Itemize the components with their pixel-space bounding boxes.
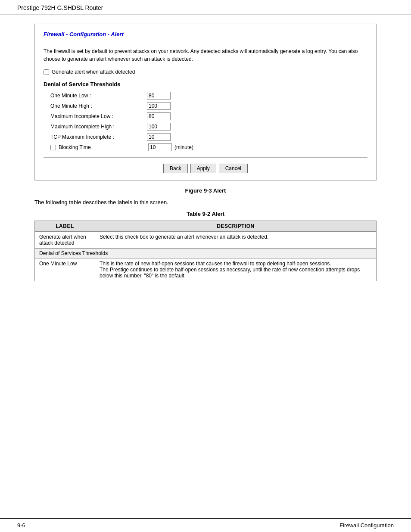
field-input-2[interactable]: [147, 112, 171, 120]
field-row-0: One Minute Low :: [44, 92, 367, 100]
section-label-1: Denial of Services Thresholds: [35, 249, 377, 258]
field-input-4[interactable]: [147, 133, 171, 141]
field-label-3: Maximum Incomplete High :: [44, 124, 147, 130]
field-row-4: TCP Maximum Incomplete :: [44, 133, 367, 141]
generate-alert-checkbox[interactable]: [44, 69, 49, 75]
table-row-2: One Minute LowThis is the rate of new ha…: [35, 258, 377, 281]
blocking-time-label: Blocking Time: [59, 144, 145, 150]
apply-button[interactable]: Apply: [190, 164, 216, 173]
field-row-1: One Minute High :: [44, 102, 367, 110]
button-row: Back Apply Cancel: [44, 164, 367, 173]
cell-label-2: One Minute Low: [35, 258, 95, 281]
page-footer: 9-6 Firewall Configuration: [0, 518, 411, 532]
blocking-time-checkbox[interactable]: [50, 145, 56, 150]
back-button[interactable]: Back: [163, 164, 188, 173]
col-header-label: LABEL: [35, 221, 95, 232]
footer-left: 9-6: [17, 522, 25, 529]
panel-description: The firewall is set by default to preven…: [44, 47, 367, 63]
field-input-0[interactable]: [147, 92, 171, 100]
table-row-0: Generate alert when attack detectedSelec…: [35, 232, 377, 249]
field-row-2: Maximum Incomplete Low :: [44, 112, 367, 120]
figure-caption: Figure 9-3 Alert: [34, 187, 377, 194]
field-label-4: TCP Maximum Incomplete :: [44, 134, 147, 140]
main-content: Firewall - Configuration - Alert The fir…: [0, 15, 411, 299]
body-text: The following table describes the labels…: [34, 199, 377, 205]
generate-alert-row: Generate alert when attack detected: [44, 69, 367, 75]
field-input-1[interactable]: [147, 102, 171, 110]
generate-alert-label: Generate alert when attack detected: [52, 69, 135, 75]
dos-section-title: Denial of Service Thresholds: [44, 81, 367, 87]
panel-title: Firewall - Configuration - Alert: [44, 31, 367, 37]
blocking-time-input[interactable]: [148, 143, 172, 151]
bottom-divider: [44, 157, 367, 158]
data-table: LABEL DESCRIPTION Generate alert when at…: [34, 221, 377, 281]
footer-right: Firewall Configuration: [339, 522, 394, 529]
field-label-2: Maximum Incomplete Low :: [44, 113, 147, 119]
blocking-time-unit: (minute): [174, 144, 193, 150]
blocking-time-row: Blocking Time (minute): [44, 143, 367, 151]
cell-desc-2: This is the rate of new half-open sessio…: [95, 258, 377, 281]
cancel-button[interactable]: Cancel: [219, 164, 248, 173]
field-row-3: Maximum Incomplete High :: [44, 123, 367, 131]
field-label-0: One Minute Low :: [44, 93, 147, 99]
page-title: Prestige 792H G.SHDSL Router: [17, 4, 103, 11]
firewall-panel: Firewall - Configuration - Alert The fir…: [34, 24, 377, 180]
field-input-3[interactable]: [147, 123, 171, 131]
col-header-description: DESCRIPTION: [95, 221, 377, 232]
table-caption: Table 9-2 Alert: [34, 211, 377, 217]
page-header: Prestige 792H G.SHDSL Router: [0, 0, 411, 15]
table-row-1: Denial of Services Thresholds: [35, 249, 377, 258]
field-label-1: One Minute High :: [44, 103, 147, 109]
cell-label-0: Generate alert when attack detected: [35, 232, 95, 249]
cell-desc-0: Select this check box to generate an ale…: [95, 232, 377, 249]
panel-divider: [44, 42, 367, 42]
